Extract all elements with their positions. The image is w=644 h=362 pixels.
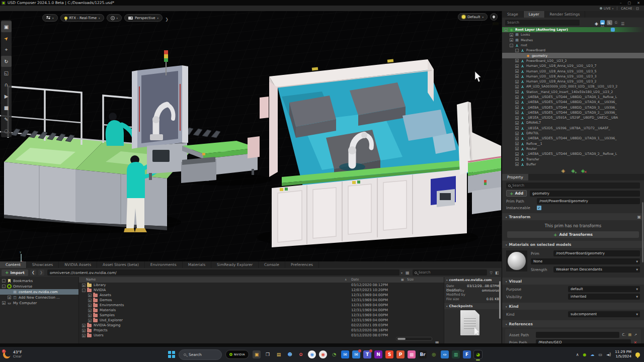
expand-toggle-icon[interactable]: + (515, 64, 519, 68)
layer-tree-row[interactable]: + _U81EA__U52D5__U591A__U529F__U80FD__U6… (502, 115, 644, 120)
panel-tab[interactable]: NVIDIA Assets (59, 261, 97, 268)
visibility-dropdown[interactable]: inherited (568, 294, 640, 300)
layer-tree-row[interactable]: + Buffer (502, 162, 644, 167)
expand-toggle-icon[interactable]: + (515, 126, 519, 130)
live-label[interactable]: LIVE (604, 7, 611, 11)
start-button[interactable] (168, 351, 175, 358)
layer-tree-row[interactable]: + _U4EBA__U5DE5__U7D44__U88DD__U7AD9_1__… (502, 136, 644, 141)
renderer-selector[interactable]: RTX - Real-Time (60, 14, 104, 22)
camera-selector[interactable]: Perspective (124, 14, 163, 22)
expand-toggle-icon[interactable]: + (515, 106, 519, 109)
Usd_Explorer[interactable]: + Usd_Explorer 12/31/1969 04:00PM (79, 318, 444, 323)
expand-toggle-icon[interactable]: + (515, 142, 519, 145)
expand-toggle-icon[interactable]: + (515, 69, 519, 73)
instanceable-checkbox[interactable] (537, 206, 541, 210)
chrome-icon[interactable]: ◉ (308, 350, 316, 358)
save-all-layers-icon[interactable] (561, 168, 565, 173)
layer-tree-row[interactable]: + Meshes (502, 38, 644, 43)
layer-tree-row[interactable]: + Human_U20__U28_Anna_U29__U20__U23_7 (502, 63, 644, 68)
cache-icon[interactable] (636, 7, 639, 10)
ring-app-icon[interactable]: ◎ (430, 350, 438, 358)
bridge-icon[interactable]: Br (419, 350, 427, 358)
expand-toggle-icon[interactable]: + (88, 304, 92, 307)
close-button[interactable] (637, 1, 640, 5)
layer-tree-row[interactable]: + Station__Hand_U20_Insert__140x59x180_U… (502, 89, 644, 95)
NVIDIA[interactable]: - NVIDIA 12/07/2023 10:20PM (79, 288, 444, 293)
layer-tree-row[interactable]: + Looks (502, 32, 644, 37)
property-search-input[interactable] (512, 184, 638, 188)
toolbar-flyout-icon[interactable] (165, 13, 169, 23)
layer-tree-row[interactable]: + _U4EBA__U5DE5__U7D44__U88DD__U7AD9_3__… (502, 105, 644, 110)
expand-toggle-icon[interactable]: + (2, 301, 6, 305)
onedrive-icon[interactable]: ☁ (590, 352, 594, 357)
expand-toggle-icon[interactable]: - (82, 289, 86, 292)
expand-toggle-icon[interactable]: + (82, 284, 86, 287)
media-app-icon[interactable]: ▣ (253, 350, 261, 358)
save-icon[interactable] (600, 20, 605, 25)
kind-section-header[interactable]: Kind (502, 303, 644, 310)
expand-toggle-icon[interactable]: + (515, 157, 519, 161)
materials-section-header[interactable]: Materials on selected models (502, 241, 644, 248)
usd-composer-taskbar-icon[interactable]: ◕ (474, 350, 482, 358)
layer-tree-row[interactable]: + _U4EBA__U5DE5__U7D44__U88DD__U7AD9_2__… (502, 110, 644, 115)
task-view-icon[interactable]: ❐ (264, 350, 272, 358)
panel-tab[interactable]: Console (259, 261, 285, 268)
expand-toggle-icon[interactable]: + (82, 324, 86, 327)
layer-search-input[interactable] (505, 20, 580, 26)
global-toggle[interactable]: G (613, 20, 619, 25)
transform-options-icon[interactable] (637, 215, 641, 219)
clock[interactable]: 11:29 PM 1/5/2024 (615, 350, 631, 359)
kind-dropdown[interactable]: subcomponent (568, 311, 640, 317)
viewport-options-button[interactable] (42, 14, 58, 22)
expand-toggle-icon[interactable]: + (515, 111, 519, 114)
insert-sublayer-icon[interactable] (571, 168, 575, 173)
panel-tab[interactable]: Preferences (285, 261, 319, 268)
lighting-selector[interactable]: Default (458, 13, 488, 21)
sidebar-item[interactable]: + My Computer (0, 300, 78, 306)
expand-toggle-icon[interactable]: + (515, 96, 519, 99)
snap-tool[interactable]: ∩ (1, 79, 12, 90)
open-icon[interactable] (634, 333, 637, 337)
sidebar-item[interactable]: - Bookmarks (0, 278, 78, 284)
visibility-button[interactable] (107, 14, 122, 22)
chrome-icon-2[interactable]: ◉ (319, 350, 327, 358)
layer-tree-row[interactable]: - PowerBoard (502, 48, 644, 53)
address-bar[interactable] (47, 269, 399, 276)
display-icon[interactable]: ▭ (598, 352, 602, 357)
expand-toggle-icon[interactable]: + (8, 296, 11, 299)
layer-tree-row[interactable]: - root (502, 43, 644, 48)
nvidia-tray-icon[interactable]: ● (583, 352, 587, 357)
Samples[interactable]: + Samples 12/31/1969 04:00PM (79, 313, 444, 318)
layer-tree-row[interactable]: + Human_U20__U28_Anna_U29__U20__U23_2 (502, 79, 644, 84)
scale-tool[interactable]: ◱ (1, 67, 12, 78)
sort-ascending-icon[interactable] (345, 278, 347, 282)
expand-toggle-icon[interactable]: + (515, 121, 519, 125)
vscode-icon[interactable]: ‹› (441, 350, 449, 358)
expand-toggle-icon[interactable]: + (88, 299, 92, 302)
cache-label[interactable]: CACHE : (621, 7, 634, 11)
panel-tab[interactable]: Environments (145, 261, 183, 268)
layer-tree-row[interactable]: + _U4EBA__U5DE5__U7D44__U88DD__U7AD9_2__… (502, 151, 644, 156)
panel-tab[interactable]: Content (0, 261, 27, 268)
sidebar-item[interactable]: + Add New Connection ... (0, 295, 78, 300)
viewport-settings-tool[interactable]: ▣ (1, 21, 12, 32)
weather-widget[interactable]: 43°F Clear (0, 350, 60, 358)
details-header[interactable]: content.ov.nvidia.com (444, 277, 501, 283)
layer-tree-row[interactable]: + Human_U20__U28_Anna_U29__U20__U23_3 (502, 74, 644, 79)
outlook-icon-2[interactable]: ✉ (352, 350, 360, 358)
add-property-button[interactable]: Add (506, 190, 527, 197)
file-explorer-icon[interactable]: ▤ (275, 350, 283, 358)
panel-tab[interactable]: Layer (524, 11, 545, 18)
ref-prim-path-field[interactable] (536, 339, 631, 343)
column-date[interactable]: Date (351, 278, 359, 282)
purpose-dropdown[interactable]: default (568, 286, 640, 292)
Demos[interactable]: + Demos 12/31/1969 04:00PM (79, 298, 444, 303)
people-app-icon[interactable]: ☻ (286, 350, 294, 358)
prim-path-field[interactable] (537, 198, 640, 204)
layers-icon[interactable] (595, 18, 598, 27)
content-search-input[interactable] (419, 270, 485, 275)
markup-tool[interactable]: ✎ (1, 114, 12, 125)
expand-toggle-icon[interactable]: + (515, 74, 519, 78)
asset-path-field[interactable] (536, 332, 619, 338)
layer-tree-row[interactable]: + DRV70L (502, 131, 644, 136)
